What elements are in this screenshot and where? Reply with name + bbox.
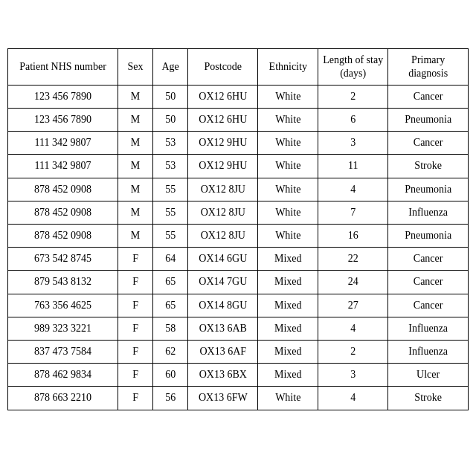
cell-nhs: 878 452 0908 <box>8 178 118 201</box>
table-row: 763 356 4625F65OX14 8GUMixed27Cancer <box>8 294 469 317</box>
cell-age: 65 <box>153 271 188 294</box>
cell-age: 53 <box>153 155 188 178</box>
cell-los: 2 <box>318 340 388 363</box>
header-diagnosis: Primary diagnosis <box>388 48 469 85</box>
table-row: 837 473 7584F62OX13 6AFMixed2Influenza <box>8 340 469 363</box>
cell-age: 55 <box>153 225 188 248</box>
cell-sex: F <box>118 294 153 317</box>
cell-sex: M <box>118 132 153 155</box>
cell-nhs: 878 452 0908 <box>8 225 118 248</box>
cell-diagnosis: Cancer <box>388 248 469 271</box>
cell-diagnosis: Stroke <box>388 387 469 410</box>
cell-age: 55 <box>153 201 188 224</box>
cell-age: 65 <box>153 294 188 317</box>
cell-ethnicity: Mixed <box>258 317 318 340</box>
cell-ethnicity: White <box>258 201 318 224</box>
cell-los: 27 <box>318 294 388 317</box>
table-row: 989 323 3221F58OX13 6ABMixed4Influenza <box>8 317 469 340</box>
cell-diagnosis: Stroke <box>388 155 469 178</box>
table-row: 878 663 2210F56OX13 6FWWhite4Stroke <box>8 387 469 410</box>
header-postcode: Postcode <box>188 48 258 85</box>
cell-sex: M <box>118 85 153 108</box>
cell-los: 3 <box>318 132 388 155</box>
cell-diagnosis: Pneumonia <box>388 178 469 201</box>
table-row: 878 452 0908M55OX12 8JUWhite4Pneumonia <box>8 178 469 201</box>
header-nhs: Patient NHS number <box>8 48 118 85</box>
cell-sex: F <box>118 317 153 340</box>
cell-ethnicity: Mixed <box>258 340 318 363</box>
cell-sex: M <box>118 201 153 224</box>
cell-postcode: OX13 6BX <box>188 364 258 387</box>
cell-ethnicity: White <box>258 85 318 108</box>
cell-nhs: 123 456 7890 <box>8 109 118 132</box>
table-row: 673 542 8745F64OX14 6GUMixed22Cancer <box>8 248 469 271</box>
cell-sex: F <box>118 387 153 410</box>
cell-age: 60 <box>153 364 188 387</box>
cell-nhs: 878 462 9834 <box>8 364 118 387</box>
cell-nhs: 111 342 9807 <box>8 155 118 178</box>
cell-postcode: OX13 6AB <box>188 317 258 340</box>
patient-table: Patient NHS number Sex Age Postcode Ethn… <box>7 48 469 410</box>
cell-los: 22 <box>318 248 388 271</box>
cell-nhs: 879 543 8132 <box>8 271 118 294</box>
cell-nhs: 989 323 3221 <box>8 317 118 340</box>
cell-los: 4 <box>318 178 388 201</box>
cell-age: 50 <box>153 85 188 108</box>
cell-postcode: OX12 9HU <box>188 132 258 155</box>
cell-ethnicity: White <box>258 109 318 132</box>
cell-postcode: OX12 8JU <box>188 178 258 201</box>
cell-nhs: 878 663 2210 <box>8 387 118 410</box>
cell-age: 56 <box>153 387 188 410</box>
cell-los: 4 <box>318 387 388 410</box>
cell-postcode: OX14 7GU <box>188 271 258 294</box>
table-row: 123 456 7890M50OX12 6HUWhite2Cancer <box>8 85 469 108</box>
cell-ethnicity: Mixed <box>258 294 318 317</box>
cell-postcode: OX14 8GU <box>188 294 258 317</box>
cell-los: 2 <box>318 85 388 108</box>
cell-nhs: 111 342 9807 <box>8 132 118 155</box>
cell-ethnicity: Mixed <box>258 271 318 294</box>
cell-ethnicity: Mixed <box>258 364 318 387</box>
header-ethnicity: Ethnicity <box>258 48 318 85</box>
cell-diagnosis: Influenza <box>388 317 469 340</box>
cell-nhs: 673 542 8745 <box>8 248 118 271</box>
table-row: 878 452 0908M55OX12 8JUWhite16Pneumonia <box>8 225 469 248</box>
cell-los: 11 <box>318 155 388 178</box>
table-row: 111 342 9807M53OX12 9HUWhite11Stroke <box>8 155 469 178</box>
cell-ethnicity: White <box>258 225 318 248</box>
cell-postcode: OX13 6FW <box>188 387 258 410</box>
cell-sex: M <box>118 155 153 178</box>
cell-age: 62 <box>153 340 188 363</box>
cell-postcode: OX13 6AF <box>188 340 258 363</box>
table-row: 123 456 7890M50OX12 6HUWhite6Pneumonia <box>8 109 469 132</box>
cell-postcode: OX12 9HU <box>188 155 258 178</box>
cell-los: 3 <box>318 364 388 387</box>
table-row: 878 452 0908M55OX12 8JUWhite7Influenza <box>8 201 469 224</box>
cell-ethnicity: White <box>258 387 318 410</box>
cell-los: 4 <box>318 317 388 340</box>
cell-age: 53 <box>153 132 188 155</box>
cell-diagnosis: Pneumonia <box>388 109 469 132</box>
cell-nhs: 837 473 7584 <box>8 340 118 363</box>
cell-sex: F <box>118 248 153 271</box>
cell-los: 6 <box>318 109 388 132</box>
cell-sex: F <box>118 271 153 294</box>
cell-age: 58 <box>153 317 188 340</box>
cell-sex: M <box>118 109 153 132</box>
cell-nhs: 763 356 4625 <box>8 294 118 317</box>
header-los: Length of stay (days) <box>318 48 388 85</box>
cell-sex: F <box>118 364 153 387</box>
table-row: 878 462 9834F60OX13 6BXMixed3Ulcer <box>8 364 469 387</box>
cell-diagnosis: Influenza <box>388 201 469 224</box>
cell-postcode: OX12 8JU <box>188 201 258 224</box>
table-row: 111 342 9807M53OX12 9HUWhite3Cancer <box>8 132 469 155</box>
cell-los: 16 <box>318 225 388 248</box>
cell-sex: M <box>118 178 153 201</box>
cell-ethnicity: Mixed <box>258 248 318 271</box>
cell-age: 64 <box>153 248 188 271</box>
cell-nhs: 878 452 0908 <box>8 201 118 224</box>
cell-ethnicity: White <box>258 155 318 178</box>
cell-diagnosis: Pneumonia <box>388 225 469 248</box>
cell-diagnosis: Cancer <box>388 85 469 108</box>
cell-age: 50 <box>153 109 188 132</box>
